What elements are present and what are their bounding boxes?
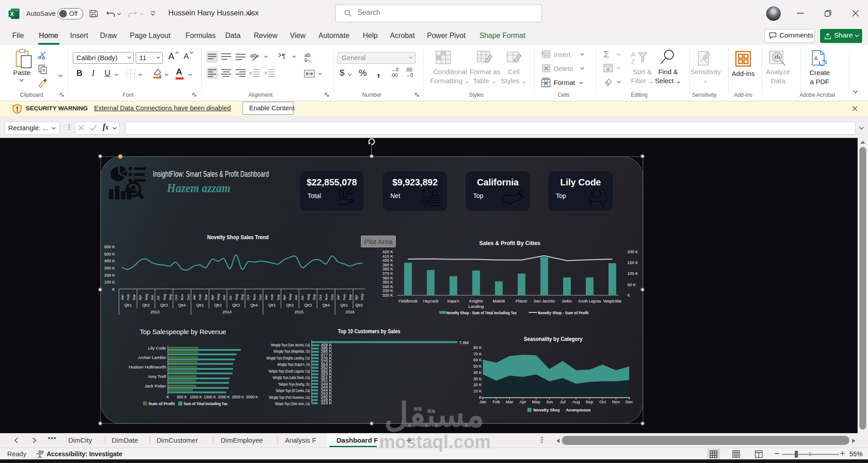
svg-text:A: A — [631, 51, 636, 58]
svg-text:Z: Z — [631, 58, 635, 66]
svg-text:A: A — [814, 56, 818, 61]
svg-text:¶: ¶ — [282, 52, 285, 60]
svg-text:X: X — [10, 11, 14, 17]
svg-text:c: c — [304, 57, 307, 62]
